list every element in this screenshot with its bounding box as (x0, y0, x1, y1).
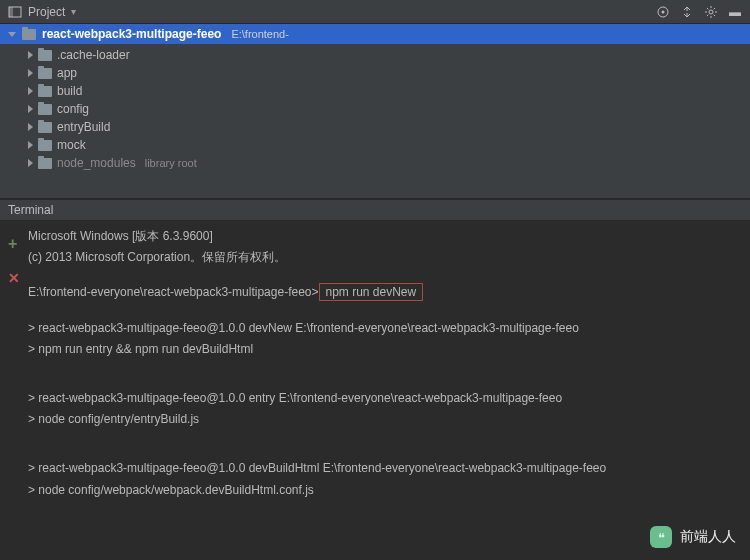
project-dropdown-icon[interactable]: ▾ (71, 6, 76, 17)
chevron-right-icon (28, 141, 33, 149)
wechat-icon: ❝ (650, 526, 672, 548)
project-toolbar: Project ▾ ▬ (0, 0, 750, 24)
terminal-line: > react-webpack3-multipage-feeo@1.0.0 de… (28, 459, 738, 478)
project-root-name: react-webpack3-multipage-feeo (42, 27, 221, 41)
tree-item[interactable]: entryBuild (0, 118, 750, 136)
chevron-right-icon (28, 69, 33, 77)
tree-item[interactable]: config (0, 100, 750, 118)
terminal-line: > node config/webpack/webpack.devBuildHt… (28, 481, 738, 500)
terminal-line: E:\frontend-everyone\react-webpack3-mult… (28, 283, 738, 302)
folder-icon (38, 158, 52, 169)
folder-icon (38, 104, 52, 115)
project-root[interactable]: react-webpack3-multipage-feeo E:\fronten… (0, 24, 750, 44)
folder-icon (38, 86, 52, 97)
collapse-icon[interactable] (680, 5, 694, 19)
target-icon[interactable] (656, 5, 670, 19)
folder-icon (38, 122, 52, 133)
gear-icon[interactable] (704, 5, 718, 19)
terminal-line: > react-webpack3-multipage-feeo@1.0.0 de… (28, 319, 738, 338)
highlighted-command: npm run devNew (319, 283, 424, 301)
tree-item[interactable]: .cache-loader (0, 46, 750, 64)
chevron-right-icon (28, 105, 33, 113)
hide-icon[interactable]: ▬ (728, 5, 742, 19)
tree-item[interactable]: app (0, 64, 750, 82)
terminal-output[interactable]: Microsoft Windows [版本 6.3.9600] (c) 2013… (28, 227, 738, 502)
tree-item[interactable]: mock (0, 136, 750, 154)
chevron-right-icon (28, 123, 33, 131)
project-icon[interactable] (8, 5, 22, 19)
project-label[interactable]: Project (28, 5, 65, 19)
svg-point-4 (709, 10, 713, 14)
terminal-line: Microsoft Windows [版本 6.3.9600] (28, 227, 738, 246)
terminal-line: > npm run entry && npm run devBuildHtml (28, 340, 738, 359)
folder-icon (38, 50, 52, 61)
add-terminal-icon[interactable]: + (8, 231, 28, 257)
tree-item[interactable]: build (0, 82, 750, 100)
chevron-right-icon (28, 51, 33, 59)
tree-item-node-modules[interactable]: node_moduleslibrary root (0, 154, 750, 172)
project-tree: .cache-loader app build config entryBuil… (0, 44, 750, 174)
terminal-line: > react-webpack3-multipage-feeo@1.0.0 en… (28, 389, 738, 408)
svg-point-3 (662, 10, 665, 13)
folder-icon (38, 140, 52, 151)
close-terminal-icon[interactable]: ✕ (8, 267, 28, 289)
chevron-right-icon (28, 159, 33, 167)
watermark-text: 前端人人 (680, 528, 736, 546)
terminal-panel: + ✕ Microsoft Windows [版本 6.3.9600] (c) … (0, 221, 750, 508)
project-tree-panel: react-webpack3-multipage-feeo E:\fronten… (0, 24, 750, 198)
project-root-path: E:\frontend- (231, 28, 288, 40)
watermark: ❝ 前端人人 (650, 526, 736, 548)
terminal-tab[interactable]: Terminal (0, 200, 750, 221)
chevron-right-icon (28, 87, 33, 95)
folder-icon (38, 68, 52, 79)
chevron-down-icon (8, 32, 16, 37)
folder-icon (22, 29, 36, 40)
terminal-line: > node config/entry/entryBuild.js (28, 410, 738, 429)
terminal-line: (c) 2013 Microsoft Corporation。保留所有权利。 (28, 248, 738, 267)
svg-rect-1 (9, 7, 13, 17)
